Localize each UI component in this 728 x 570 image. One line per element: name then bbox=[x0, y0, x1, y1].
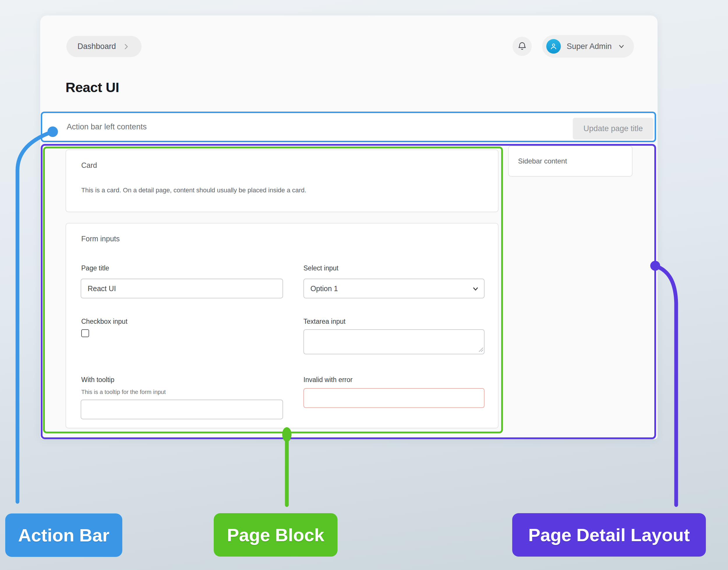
breadcrumb-item-dashboard[interactable]: Dashboard bbox=[77, 42, 116, 51]
form-inputs-card: Form inputs Page title Select input Opti… bbox=[65, 223, 499, 429]
page-title-input[interactable] bbox=[81, 279, 283, 298]
form-inputs-title: Form inputs bbox=[81, 235, 120, 243]
avatar bbox=[546, 39, 561, 54]
with-tooltip-input[interactable] bbox=[81, 399, 283, 419]
bell-icon bbox=[517, 41, 527, 51]
page-block-annotation-label: Page Block bbox=[214, 513, 337, 557]
card-title: Card bbox=[81, 161, 97, 170]
page-detail-layout-annotation-label: Page Detail Layout bbox=[512, 513, 706, 557]
checkbox-field-label: Checkbox input bbox=[81, 318, 127, 325]
textarea-field-label: Textarea input bbox=[303, 318, 345, 325]
action-bar-annotation-label: Action Bar bbox=[5, 514, 122, 557]
chevron-down-icon bbox=[618, 42, 625, 50]
page-detail-layout-connector-line bbox=[655, 266, 676, 505]
tooltip-text: This is a tooltip for the form input bbox=[81, 389, 166, 395]
select-input[interactable]: Option 1 bbox=[303, 279, 485, 298]
invalid-field-label: Invalid with error bbox=[303, 376, 352, 384]
chevron-right-icon bbox=[122, 43, 130, 50]
user-name: Super Admin bbox=[567, 42, 612, 51]
with-tooltip-field-label: With tooltip bbox=[81, 376, 114, 384]
page-title: React UI bbox=[65, 79, 119, 95]
app-window: Dashboard Super Admin React UI Action ba… bbox=[40, 15, 658, 439]
card-body-text: This is a card. On a detail page, conten… bbox=[81, 187, 306, 194]
breadcrumb[interactable]: Dashboard bbox=[66, 36, 141, 57]
update-page-title-button[interactable]: Update page title bbox=[573, 118, 653, 139]
page-title-field-label: Page title bbox=[81, 264, 109, 272]
notifications-button[interactable] bbox=[513, 37, 532, 56]
sidebar-content-text: Sidebar content bbox=[518, 157, 567, 165]
textarea-input[interactable] bbox=[303, 329, 485, 354]
sidebar-card: Sidebar content bbox=[508, 146, 633, 177]
user-menu[interactable]: Super Admin bbox=[542, 35, 634, 58]
checkbox-input[interactable] bbox=[81, 329, 89, 337]
select-field-label: Select input bbox=[303, 264, 338, 272]
action-bar-left-text: Action bar left contents bbox=[67, 122, 147, 131]
card: Card This is a card. On a detail page, c… bbox=[65, 150, 499, 212]
action-bar: Action bar left contents Update page tit… bbox=[41, 111, 656, 142]
invalid-error-input[interactable] bbox=[303, 388, 485, 408]
